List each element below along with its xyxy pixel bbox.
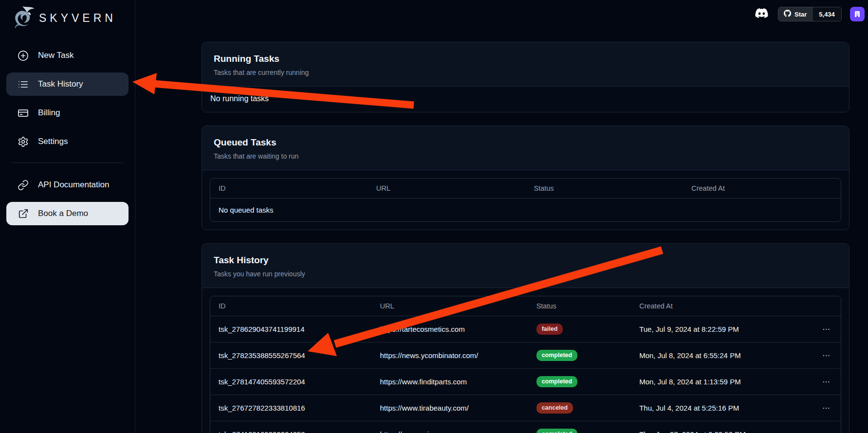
panel-title: Running Tasks [214, 54, 837, 64]
sidebar-item-label: New Task [38, 51, 74, 60]
task-id-cell: tsk_274180139292204058 [210, 421, 371, 433]
queued-tasks-empty-text: No queued tasks [210, 198, 841, 222]
panel-title: Task History [214, 255, 837, 266]
row-actions-button[interactable]: ⋯ [813, 316, 841, 343]
column-header-status: Status [526, 179, 683, 198]
task-history-panel: Task History Tasks you have run previous… [202, 243, 850, 433]
list-icon [18, 79, 29, 90]
row-actions-button[interactable]: ⋯ [813, 369, 841, 395]
sidebar-item-label: Billing [38, 108, 60, 118]
brand-name: SKYVERN [39, 12, 116, 25]
task-url-cell: https://www.tirabeauty.com/ [371, 395, 528, 421]
row-actions-button[interactable]: ⋯ [813, 421, 841, 433]
status-badge: completed [536, 376, 578, 387]
task-status-cell: canceled [528, 395, 631, 421]
discord-icon[interactable] [754, 7, 770, 21]
table-row[interactable]: tsk_276727822333810816 https://www.tirab… [210, 395, 841, 421]
external-link-icon [18, 208, 29, 219]
github-star-label: Star [794, 11, 807, 18]
column-header-created-at: Created At [631, 296, 813, 316]
task-url-cell: https://www.geico.com [371, 421, 528, 433]
table-header-row: ID URL Status Created At [210, 179, 841, 198]
sidebar-item-label: Book a Demo [38, 209, 88, 218]
row-actions-button[interactable]: ⋯ [813, 395, 841, 421]
sidebar-item-book-a-demo[interactable]: Book a Demo [6, 202, 129, 225]
sidebar-item-billing[interactable]: Billing [6, 101, 129, 125]
table-row: No queued tasks [210, 198, 841, 222]
link-icon [18, 180, 29, 191]
sidebar-item-task-history[interactable]: Task History [6, 72, 129, 96]
panel-subtitle: Tasks you have run previously [214, 270, 837, 278]
task-id-cell: tsk_276727822333810816 [210, 395, 371, 421]
table-header-row: ID URL Status Created At [210, 296, 841, 316]
panel-subtitle: Tasks that are waiting to run [214, 152, 837, 160]
task-status-cell: failed [528, 316, 631, 343]
column-header-created-at: Created At [683, 179, 841, 198]
sidebar-divider [11, 162, 124, 163]
sidebar-item-new-task[interactable]: New Task [6, 44, 129, 67]
row-actions-button[interactable]: ⋯ [813, 343, 841, 369]
github-star-button[interactable]: Star 5,434 [778, 7, 842, 21]
status-badge: completed [536, 350, 578, 361]
table-row[interactable]: tsk_278235388555267564 https://news.ycom… [210, 343, 841, 369]
task-status-cell: completed [528, 369, 631, 395]
table-row[interactable]: tsk_278629043741199914 https://tartecosm… [210, 316, 841, 343]
plus-circle-icon [18, 50, 29, 61]
queued-tasks-panel: Queued Tasks Tasks that are waiting to r… [202, 126, 850, 230]
task-url-cell: https://news.ycombinator.com/ [371, 343, 528, 369]
sidebar-item-api-documentation[interactable]: API Documentation [6, 173, 129, 197]
sidebar-item-label: API Documentation [38, 180, 109, 190]
task-history-table: ID URL Status Created At tsk_27862904374… [210, 296, 841, 433]
running-tasks-header: Running Tasks Tasks that are currently r… [202, 42, 849, 87]
panel-title: Queued Tasks [214, 137, 837, 148]
status-badge: failed [536, 324, 563, 335]
task-id-cell: tsk_278147405593572204 [210, 369, 371, 395]
running-tasks-empty-text: No running tasks [210, 94, 841, 104]
queued-tasks-table: ID URL Status Created At No queued tasks [210, 178, 841, 222]
task-created-cell: Mon, Jul 8, 2024 at 6:55:24 PM [631, 343, 813, 369]
github-star-count: 5,434 [812, 7, 841, 21]
task-url-cell: https://tartecosmetics.com [371, 316, 528, 343]
topbar: Star 5,434 Sk [754, 7, 868, 21]
column-header-url: URL [371, 296, 528, 316]
sidebar: SKYVERN New Task Task History Billing Se… [0, 0, 135, 433]
table-row[interactable]: tsk_274180139292204058 https://www.geico… [210, 421, 841, 433]
status-badge: completed [536, 429, 578, 433]
column-header-actions [813, 296, 841, 316]
column-header-id: ID [210, 179, 368, 198]
brand[interactable]: SKYVERN [0, 0, 135, 31]
task-history-header: Task History Tasks you have run previous… [202, 244, 849, 288]
task-id-cell: tsk_278629043741199914 [210, 316, 371, 343]
skyvern-logo-icon [11, 5, 35, 31]
column-header-url: URL [368, 179, 526, 198]
running-tasks-panel: Running Tasks Tasks that are currently r… [202, 42, 850, 112]
main-content: Running Tasks Tasks that are currently r… [202, 0, 850, 433]
task-created-cell: Thu, Jun 27, 2024 at 8:38:58 PM [631, 421, 813, 433]
queued-tasks-header: Queued Tasks Tasks that are waiting to r… [202, 126, 849, 170]
sidebar-item-settings[interactable]: Settings [6, 130, 129, 153]
task-created-cell: Mon, Jul 8, 2024 at 1:13:59 PM [631, 369, 813, 395]
task-created-cell: Thu, Jul 4, 2024 at 5:25:16 PM [631, 395, 813, 421]
column-header-status: Status [528, 296, 631, 316]
gear-icon [18, 136, 29, 147]
task-url-cell: https://www.finditparts.com [371, 369, 528, 395]
table-row[interactable]: tsk_278147405593572204 https://www.findi… [210, 369, 841, 395]
column-header-id: ID [210, 296, 371, 316]
sidebar-nav: New Task Task History Billing Settings [0, 44, 135, 225]
status-badge: canceled [536, 402, 573, 414]
panel-subtitle: Tasks that are currently running [214, 69, 837, 76]
sidebar-item-label: Settings [38, 137, 68, 146]
github-icon [784, 10, 791, 18]
credit-card-icon [18, 108, 29, 119]
organization-avatar[interactable] [850, 7, 865, 21]
sidebar-item-label: Task History [38, 79, 83, 89]
task-id-cell: tsk_278235388555267564 [210, 343, 371, 369]
task-status-cell: completed [528, 421, 631, 433]
task-status-cell: completed [528, 343, 631, 369]
task-created-cell: Tue, Jul 9, 2024 at 8:22:59 PM [631, 316, 813, 343]
